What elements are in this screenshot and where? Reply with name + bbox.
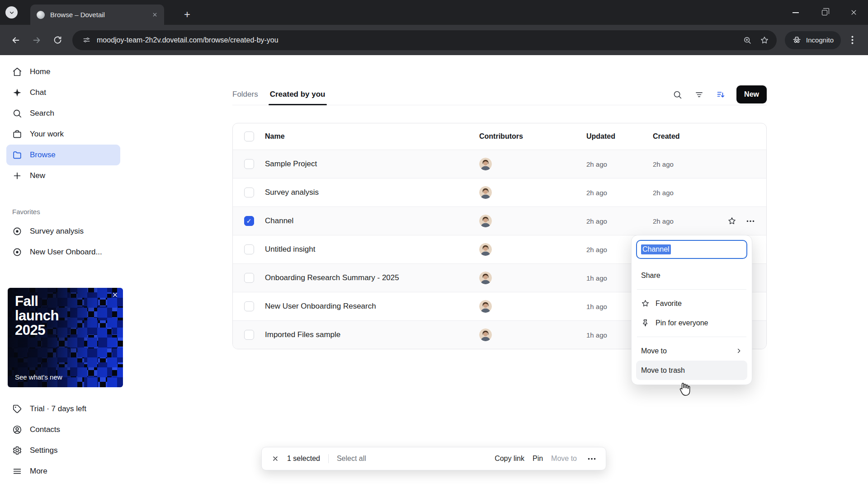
sidebar-item-chat[interactable]: Chat bbox=[6, 82, 120, 103]
reload-icon bbox=[53, 35, 62, 45]
column-created: Created bbox=[653, 132, 719, 141]
avatar bbox=[479, 300, 492, 313]
row-name[interactable]: Channel bbox=[265, 216, 476, 225]
column-name: Name bbox=[265, 132, 476, 141]
avatar bbox=[479, 243, 492, 256]
tab-folders[interactable]: Folders bbox=[232, 84, 258, 105]
sidebar-item-label: Settings bbox=[30, 446, 57, 455]
content-tabs: Folders Created by you bbox=[232, 84, 326, 105]
bookmark-star-icon[interactable] bbox=[756, 32, 773, 49]
restore-button[interactable] bbox=[810, 0, 839, 25]
minimize-button[interactable] bbox=[781, 0, 810, 25]
favorite-item-survey-analysis[interactable]: Survey analysis bbox=[6, 221, 120, 242]
minimize-icon bbox=[793, 12, 799, 13]
table-row[interactable]: Sample Project 2h ago 2h ago bbox=[233, 150, 766, 178]
clear-selection-button[interactable] bbox=[272, 455, 279, 462]
sidebar-item-search[interactable]: Search bbox=[6, 103, 120, 124]
row-more-icon[interactable] bbox=[746, 220, 755, 222]
menu-item-label: Favorite bbox=[656, 300, 682, 308]
row-name[interactable]: Imported Files sample bbox=[265, 330, 476, 339]
tab-created-by-you[interactable]: Created by you bbox=[270, 84, 326, 105]
table-row[interactable]: Survey analysis 2h ago 2h ago bbox=[233, 178, 766, 206]
row-favorite-star-icon[interactable] bbox=[727, 216, 736, 225]
select-all-button[interactable]: Select all bbox=[337, 455, 366, 463]
back-button[interactable] bbox=[6, 31, 25, 50]
sidebar-item-browse[interactable]: Browse bbox=[6, 145, 120, 165]
sidebar-item-label: Trial · 7 days left bbox=[30, 404, 86, 413]
row-name[interactable]: Untitled insight bbox=[265, 245, 476, 254]
tab-search-button[interactable] bbox=[5, 6, 18, 19]
row-checkbox[interactable] bbox=[244, 301, 254, 311]
sidebar-item-home[interactable]: Home bbox=[6, 61, 120, 82]
search-button[interactable] bbox=[669, 86, 686, 103]
divider bbox=[328, 454, 329, 463]
more-actions-button[interactable] bbox=[588, 458, 596, 460]
pin-icon bbox=[641, 319, 650, 327]
row-name[interactable]: New User Onboarding Research bbox=[265, 302, 476, 311]
menu-item-move-to-trash[interactable]: Move to trash bbox=[636, 361, 747, 380]
pin-button[interactable]: Pin bbox=[533, 455, 543, 463]
reload-button[interactable] bbox=[48, 31, 67, 50]
row-checkbox[interactable] bbox=[244, 244, 254, 254]
sidebar-item-more[interactable]: More bbox=[6, 461, 120, 482]
table-header: Name Contributors Updated Created bbox=[233, 123, 766, 150]
forward-button[interactable] bbox=[27, 31, 46, 50]
search-icon bbox=[12, 108, 22, 118]
table-row-selected[interactable]: ✓ Channel 2h ago 2h ago bbox=[233, 206, 766, 235]
close-button[interactable] bbox=[839, 0, 868, 25]
row-updated: 2h ago bbox=[586, 217, 653, 225]
gear-icon bbox=[12, 446, 22, 455]
rename-input-value: Channel bbox=[641, 244, 671, 254]
address-bar[interactable]: moodjoy-team-2h2v.dovetail.com/browse/cr… bbox=[72, 30, 777, 50]
row-checkbox-checked[interactable]: ✓ bbox=[244, 216, 254, 226]
sidebar-item-label: Browse bbox=[30, 150, 56, 160]
menu-item-label: Pin for everyone bbox=[656, 319, 708, 327]
zoom-icon[interactable] bbox=[739, 32, 756, 49]
sidebar-item-new[interactable]: New bbox=[6, 165, 120, 186]
menu-item-share[interactable]: Share bbox=[636, 266, 747, 285]
sidebar-item-your-work[interactable]: Your work bbox=[6, 124, 120, 145]
sidebar-item-settings[interactable]: Settings bbox=[6, 440, 120, 461]
filter-button[interactable] bbox=[690, 86, 708, 103]
new-tab-button[interactable]: + bbox=[180, 7, 194, 22]
briefcase-icon bbox=[12, 129, 22, 139]
browser-tab[interactable]: Browse – Dovetail bbox=[30, 5, 164, 25]
new-button[interactable]: New bbox=[736, 85, 767, 103]
promo-cta-link[interactable]: See what's new bbox=[15, 373, 62, 381]
move-to-button[interactable]: Move to bbox=[551, 455, 577, 463]
promo-close-icon[interactable] bbox=[112, 291, 118, 298]
star-icon bbox=[641, 299, 650, 308]
select-all-checkbox[interactable] bbox=[244, 131, 254, 141]
rename-input[interactable]: Channel bbox=[636, 240, 747, 259]
row-checkbox[interactable] bbox=[244, 159, 254, 169]
promo-card[interactable]: Fall launch 2025 See what's new bbox=[8, 288, 123, 387]
sidebar-item-contacts[interactable]: Contacts bbox=[6, 419, 120, 440]
browser-titlebar: Browse – Dovetail + bbox=[0, 0, 868, 25]
sort-button[interactable] bbox=[712, 86, 729, 103]
row-checkbox[interactable] bbox=[244, 188, 254, 197]
avatar bbox=[479, 158, 492, 170]
favorite-item-new-user-onboarding[interactable]: New User Onboard... bbox=[6, 242, 120, 263]
row-name[interactable]: Sample Project bbox=[265, 160, 476, 169]
browser-toolbar: moodjoy-team-2h2v.dovetail.com/browse/cr… bbox=[0, 25, 868, 55]
menu-item-pin-for-everyone[interactable]: Pin for everyone bbox=[636, 313, 747, 333]
person-icon bbox=[12, 425, 22, 435]
menu-item-move-to[interactable]: Move to bbox=[636, 341, 747, 361]
copy-link-button[interactable]: Copy link bbox=[495, 455, 524, 463]
row-checkbox[interactable] bbox=[244, 330, 254, 340]
menu-item-favorite[interactable]: Favorite bbox=[636, 294, 747, 313]
close-icon bbox=[272, 455, 279, 462]
incognito-badge[interactable]: Incognito bbox=[785, 31, 841, 49]
row-checkbox[interactable] bbox=[244, 273, 254, 283]
url-text[interactable]: moodjoy-team-2h2v.dovetail.com/browse/cr… bbox=[97, 36, 739, 44]
row-name[interactable]: Onboarding Research Summary - 2025 bbox=[265, 273, 476, 282]
target-icon bbox=[12, 247, 22, 257]
browser-menu-button[interactable] bbox=[843, 31, 862, 50]
tab-close-icon[interactable] bbox=[152, 12, 158, 18]
row-updated: 2h ago bbox=[586, 189, 653, 197]
row-name[interactable]: Survey analysis bbox=[265, 188, 476, 197]
site-settings-icon[interactable] bbox=[79, 33, 94, 48]
sidebar-item-trial[interactable]: Trial · 7 days left bbox=[6, 399, 120, 419]
target-icon bbox=[12, 226, 22, 236]
close-icon bbox=[850, 9, 857, 16]
